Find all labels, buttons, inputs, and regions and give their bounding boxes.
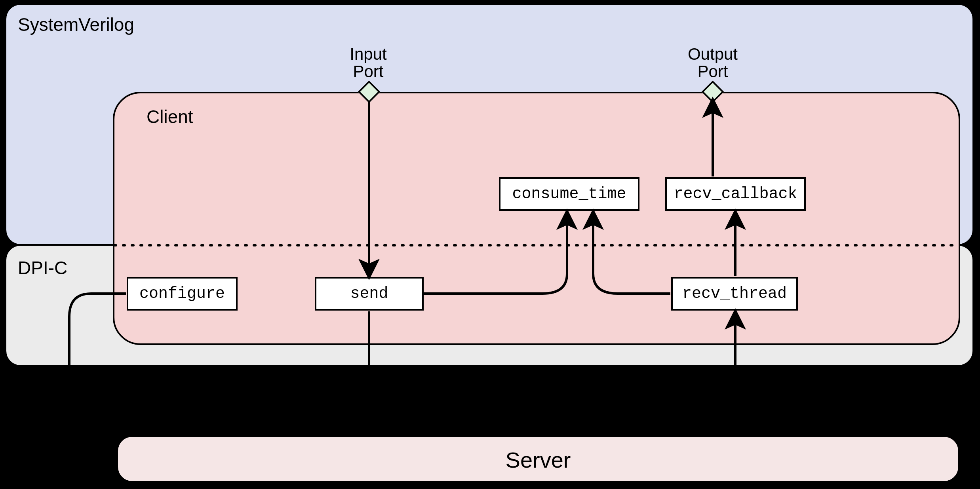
node-recv-callback: recv_callback	[665, 177, 806, 211]
node-configure: configure	[127, 277, 238, 311]
node-consume-time-label: consume_time	[512, 185, 626, 203]
node-configure-label: configure	[139, 285, 225, 303]
label-dpic: DPI-C	[18, 257, 67, 279]
label-server: Server	[118, 447, 958, 473]
node-recv-thread: recv_thread	[671, 277, 798, 311]
label-client: Client	[147, 106, 193, 127]
region-client	[113, 92, 960, 345]
region-server: Server	[116, 435, 960, 483]
node-send: send	[315, 277, 424, 311]
label-systemverilog: SystemVerilog	[18, 14, 134, 35]
label-input-port: Input Port	[341, 45, 396, 80]
node-recv-thread-label: recv_thread	[682, 285, 787, 303]
node-send-label: send	[350, 285, 388, 303]
label-output-port: Output Port	[681, 45, 744, 80]
node-consume-time: consume_time	[499, 177, 639, 211]
diagram-canvas: SystemVerilog DPI-C Client Server Input …	[0, 0, 980, 489]
node-recv-callback-label: recv_callback	[674, 185, 797, 203]
